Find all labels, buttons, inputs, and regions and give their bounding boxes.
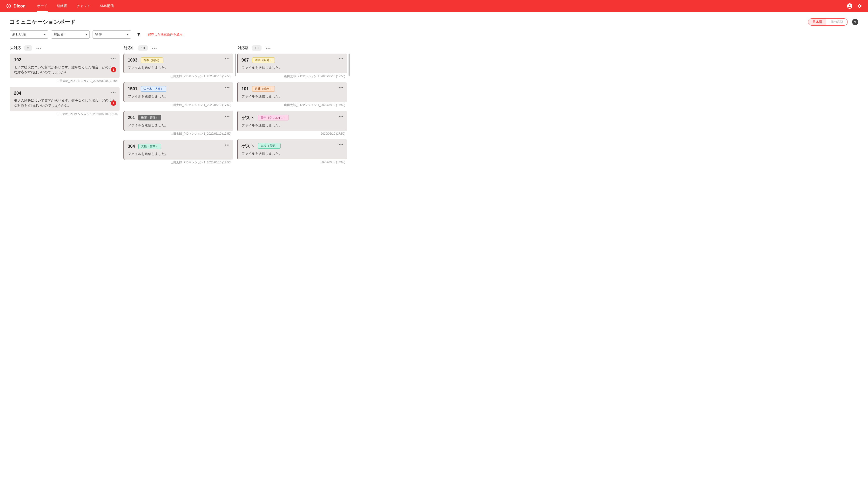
card-more-icon[interactable]: ••• bbox=[225, 57, 230, 61]
scrollbar-thumb[interactable] bbox=[235, 54, 236, 76]
card-tag: 岡本（開発） bbox=[252, 57, 275, 63]
language-option-original[interactable]: 元の言語 bbox=[826, 19, 847, 25]
filters-row: 新しい順 ▾ 対応者 ▾ 物件 ▾ 保存した検索条件を適用 bbox=[0, 28, 868, 40]
filter-funnel-icon[interactable] bbox=[136, 32, 141, 37]
card-tag: 大根（営業） bbox=[258, 143, 281, 149]
card-more-icon[interactable]: ••• bbox=[339, 57, 344, 61]
card-more-icon[interactable]: ••• bbox=[225, 143, 230, 147]
select-sort[interactable]: 新しい順 ▾ bbox=[10, 30, 48, 38]
column-count: 2 bbox=[24, 46, 32, 51]
column-scrollbar[interactable] bbox=[235, 54, 236, 167]
card-room: 907 bbox=[242, 58, 249, 63]
column-count: 10 bbox=[138, 46, 148, 51]
column-count: 10 bbox=[252, 46, 261, 51]
board-card[interactable]: 201後藤（管理）•••ファイルを送信しました。 bbox=[123, 111, 233, 131]
board-column: 対応済10•••907岡本（開発）•••ファイルを送信しました。山田太郎_PID… bbox=[237, 45, 350, 167]
card-top: 102 bbox=[14, 57, 115, 62]
select-assignee-value: 対応者 bbox=[54, 32, 64, 37]
card-room: 1003 bbox=[128, 58, 137, 63]
card-room: 101 bbox=[242, 86, 249, 91]
brand-name: Dicon bbox=[13, 4, 26, 9]
language-option-ja[interactable]: 日本語 bbox=[808, 19, 826, 25]
card-more-icon[interactable]: ••• bbox=[339, 143, 344, 146]
card-more-icon[interactable]: ••• bbox=[111, 57, 116, 61]
column-more-icon[interactable]: ••• bbox=[152, 46, 157, 50]
card-top: 1003岡本（開発） bbox=[128, 57, 229, 63]
brand[interactable]: Dicon bbox=[6, 3, 26, 9]
card-top: 201後藤（管理） bbox=[128, 115, 229, 120]
card-tag: 大根（営業） bbox=[138, 144, 161, 149]
card-message: モノの紛失について質問があります。鍵をなくした場合、どのような対応をすればいいの… bbox=[14, 65, 115, 75]
card-tag: 田中（クリエイ...） bbox=[258, 115, 289, 120]
card-top: 304大根（営業） bbox=[128, 144, 229, 149]
card-tag: 岡本（開発） bbox=[141, 57, 163, 63]
board-card[interactable]: 907岡本（開発）•••ファイルを送信しました。 bbox=[237, 54, 347, 74]
language-toggle: 日本語 元の言語 bbox=[808, 18, 848, 26]
settings-gear-icon[interactable] bbox=[857, 3, 862, 9]
column-head: 対応中10••• bbox=[123, 45, 236, 54]
column-body: 1003岡本（開発）•••ファイルを送信しました。山田太郎_PIDマンション 1… bbox=[123, 54, 236, 167]
card-meta: 山田太郎_PIDマンション 1_2020/06/10 (17:50) bbox=[123, 102, 233, 110]
card-more-icon[interactable]: ••• bbox=[225, 86, 230, 89]
card-meta: 山田太郎_PIDマンション 1_2020/06/10 (17:50) bbox=[10, 78, 120, 85]
chevron-down-icon: ▾ bbox=[86, 33, 87, 36]
nav-tab[interactable]: 連絡帳 bbox=[52, 0, 72, 12]
card-message: ファイルを送信しました。 bbox=[242, 94, 343, 99]
select-property-value: 物件 bbox=[95, 32, 102, 37]
card-meta: 山田太郎_PIDマンション 1_2020/06/10 (17:50) bbox=[237, 102, 347, 110]
help-icon[interactable]: ? bbox=[852, 19, 858, 25]
card-meta: 山田太郎_PIDマンション 1_2020/06/10 (17:50) bbox=[123, 160, 233, 167]
card-top: 1501佐々木（人事） bbox=[128, 86, 229, 92]
card-more-icon[interactable]: ••• bbox=[225, 114, 230, 118]
card-top: ゲスト田中（クリエイ...） bbox=[242, 115, 343, 121]
select-assignee[interactable]: 対応者 ▾ bbox=[51, 30, 90, 38]
card-more-icon[interactable]: ••• bbox=[111, 90, 116, 94]
board-column: 対応中10•••1003岡本（開発）•••ファイルを送信しました。山田太郎_PI… bbox=[123, 45, 236, 167]
svg-point-1 bbox=[8, 5, 9, 7]
board-card[interactable]: ゲスト大根（営業）•••ファイルを送信しました。 bbox=[237, 139, 347, 159]
card-top: 907岡本（開発） bbox=[242, 57, 343, 63]
card-top: ゲスト大根（営業） bbox=[242, 143, 343, 149]
account-icon[interactable] bbox=[847, 3, 852, 9]
card-more-icon[interactable]: ••• bbox=[339, 86, 344, 89]
column-title: 対応中 bbox=[124, 46, 135, 51]
card-meta: 山田太郎_PIDマンション 1_2020/06/10 (17:50) bbox=[237, 74, 347, 81]
column-more-icon[interactable]: ••• bbox=[36, 46, 42, 50]
nav-tab[interactable]: ボード bbox=[32, 0, 52, 12]
card-message: ファイルを送信しました。 bbox=[128, 94, 229, 99]
column-head: 対応済10••• bbox=[237, 45, 350, 54]
column-head: 未対応2••• bbox=[10, 45, 122, 54]
card-meta: 2020/06/10 (17:50) bbox=[237, 131, 347, 138]
card-room: ゲスト bbox=[242, 143, 254, 149]
card-top: 101佐藤（総務） bbox=[242, 86, 343, 92]
brand-logo-icon bbox=[6, 3, 11, 9]
column-scrollbar[interactable] bbox=[348, 54, 350, 166]
column-title: 未対応 bbox=[10, 46, 21, 51]
nav-tab[interactable]: チャット bbox=[72, 0, 95, 12]
board-card[interactable]: 304大根（営業）•••ファイルを送信しました。 bbox=[123, 140, 233, 160]
card-more-icon[interactable]: ••• bbox=[339, 114, 344, 118]
page-head: コミュニケーションボード 日本語 元の言語 ? bbox=[0, 12, 868, 28]
card-tag: 後藤（管理） bbox=[138, 115, 161, 120]
nav-tab[interactable]: SMS配信 bbox=[95, 0, 119, 12]
column-body: 907岡本（開発）•••ファイルを送信しました。山田太郎_PIDマンション 1_… bbox=[237, 54, 350, 166]
card-tag: 佐藤（総務） bbox=[252, 86, 275, 92]
card-message: ファイルを送信しました。 bbox=[128, 123, 229, 128]
board-card[interactable]: 1501佐々木（人事）•••ファイルを送信しました。 bbox=[123, 82, 233, 102]
board-card[interactable]: 101佐藤（総務）•••ファイルを送信しました。 bbox=[237, 82, 347, 102]
card-message: モノの紛失について質問があります。鍵をなくした場合、どのような対応をすればいいの… bbox=[14, 98, 115, 108]
board-card[interactable]: ゲスト田中（クリエイ...）•••ファイルを送信しました。 bbox=[237, 111, 347, 131]
board-card[interactable]: 1003岡本（開発）•••ファイルを送信しました。 bbox=[123, 54, 233, 74]
card-room: 304 bbox=[128, 144, 135, 149]
card-room: 1501 bbox=[128, 86, 137, 91]
board-card[interactable]: 102•••モノの紛失について質問があります。鍵をなくした場合、どのような対応を… bbox=[10, 54, 120, 78]
page-title: コミュニケーションボード bbox=[10, 18, 808, 26]
apply-saved-criteria-link[interactable]: 保存した検索条件を適用 bbox=[148, 32, 183, 37]
board-column: 未対応2•••102•••モノの紛失について質問があります。鍵をなくした場合、ど… bbox=[10, 45, 122, 167]
topbar: Dicon ボード連絡帳チャットSMS配信 bbox=[0, 0, 868, 12]
board-card[interactable]: 204•••モノの紛失について質問があります。鍵をなくした場合、どのような対応を… bbox=[10, 87, 120, 111]
column-more-icon[interactable]: ••• bbox=[266, 46, 271, 50]
select-property[interactable]: 物件 ▾ bbox=[93, 30, 131, 38]
scrollbar-thumb[interactable] bbox=[348, 54, 350, 76]
chevron-down-icon: ▾ bbox=[127, 33, 128, 36]
